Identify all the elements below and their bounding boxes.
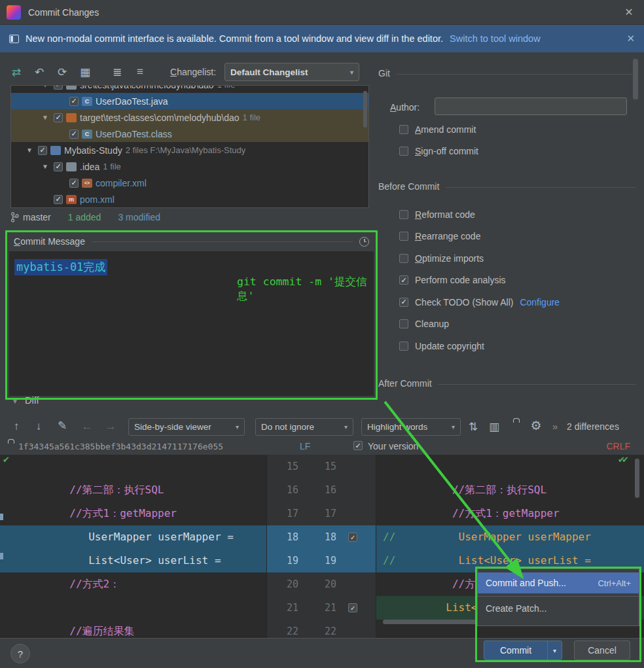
- checkbox[interactable]: ✓: [38, 146, 47, 155]
- checkbox[interactable]: [399, 232, 408, 241]
- diff-right-line: //第二部：执行SQL: [376, 478, 644, 502]
- diff-left-pane[interactable]: //第二部：执行SQL//方式1：getMapperUserMapper use…: [0, 455, 266, 638]
- group-by-icon[interactable]: ▦: [78, 65, 92, 79]
- checkbox[interactable]: ✓: [69, 179, 79, 188]
- include-change-checkbox[interactable]: ✓: [348, 533, 357, 542]
- diff-right-line: //方式1：getMapper: [376, 502, 644, 525]
- menu-separator: [478, 596, 639, 597]
- cancel-button[interactable]: Cancel: [574, 641, 630, 660]
- author-input[interactable]: [435, 97, 627, 115]
- changelist-dropdown[interactable]: Default Changelist ▾: [224, 63, 359, 81]
- configure-link[interactable]: Configure: [520, 297, 560, 308]
- changelist-value: Default Changelist: [230, 67, 308, 77]
- code-token: UserMapper userMapper =: [88, 531, 234, 543]
- checkbox[interactable]: ✓: [54, 85, 63, 90]
- apply-change-check-icon[interactable]: ✔: [3, 455, 10, 465]
- expand-arrow-icon[interactable]: ▼: [40, 163, 50, 170]
- window-title: Commit Changes: [28, 7, 99, 18]
- tree-row[interactable]: ✓UserDaoTest.java: [11, 93, 368, 109]
- code-token: List<User> userList =: [459, 554, 591, 567]
- tool-window-icon: [9, 35, 19, 43]
- checkbox[interactable]: ✓: [69, 130, 79, 139]
- diff-left-line: UserMapper userMapper =: [0, 525, 266, 549]
- checkbox[interactable]: ✓: [399, 275, 408, 285]
- checkbox[interactable]: ✓: [54, 195, 63, 204]
- tree-row[interactable]: ✓UserDaoTest.class: [11, 126, 368, 142]
- expand-arrow-icon[interactable]: ▼: [24, 147, 35, 154]
- diff-right-line: // UserMapper userMapper: [376, 525, 644, 549]
- tree-row[interactable]: ✓pom.xml: [11, 191, 368, 207]
- tree-row[interactable]: ▼✓.idea1 file: [11, 158, 368, 175]
- checkbox[interactable]: [399, 319, 408, 328]
- right-line-number: 22: [306, 625, 344, 637]
- menu-item[interactable]: Commit and Push...Ctrl+Alt+: [478, 572, 639, 593]
- checkbox[interactable]: ✓: [399, 298, 408, 307]
- switch-to-tool-window-link[interactable]: Switch to tool window: [450, 33, 541, 44]
- checkbox[interactable]: [399, 342, 408, 351]
- right-line-ending[interactable]: CRLF: [606, 441, 630, 451]
- before-commit-section-header: Before Commit: [378, 181, 636, 192]
- commit-message-text[interactable]: mybatis-01完成: [14, 259, 107, 275]
- checkbox[interactable]: [399, 210, 408, 219]
- banner-close-icon[interactable]: ✕: [626, 33, 635, 44]
- checkbox[interactable]: [399, 125, 408, 134]
- tree-row[interactable]: ▼✓target\test-classes\com\melodyhub\dao1…: [11, 109, 368, 126]
- right-line-number: 16: [306, 484, 344, 496]
- commit-button[interactable]: Commit ▾: [484, 641, 562, 660]
- refresh-icon[interactable]: ⟳: [55, 65, 69, 79]
- settings-gear-icon[interactable]: ⚙: [529, 418, 543, 433]
- checkbox[interactable]: [399, 147, 408, 156]
- help-button[interactable]: ?: [10, 644, 30, 663]
- checkbox[interactable]: ✓: [54, 113, 63, 122]
- expand-arrow-icon[interactable]: ▼: [40, 114, 50, 121]
- before-commit-option: Cleanup: [399, 313, 637, 336]
- tree-row[interactable]: ▼✓src\test\java\com\melodyhub\dao1 file: [11, 85, 368, 93]
- next-difference-icon[interactable]: ↓: [31, 420, 46, 433]
- tree-row[interactable]: ✓compiler.xml: [11, 175, 368, 191]
- maven-icon: [66, 195, 77, 204]
- expand-all-icon[interactable]: ≣: [110, 65, 124, 79]
- window-close-icon[interactable]: ✕: [614, 0, 644, 24]
- show-diff-icon[interactable]: ⇄: [9, 65, 24, 79]
- right-version-label: Your version: [368, 441, 418, 451]
- collapse-unchanged-icon[interactable]: ⇅: [466, 420, 480, 434]
- include-change-checkbox[interactable]: ✓: [348, 603, 357, 612]
- option-label: Perform code analysis: [415, 275, 506, 285]
- rollback-icon[interactable]: ↶: [32, 65, 46, 79]
- expand-arrow-icon[interactable]: ▼: [40, 85, 50, 88]
- commit-message-editor[interactable]: mybatis-01完成 git commit -m '提交信息': [9, 251, 374, 396]
- branch-name[interactable]: master: [23, 212, 51, 222]
- chevron-down-icon: ▾: [346, 69, 353, 76]
- code-token: UserMapper userMapper: [459, 531, 591, 543]
- back-icon[interactable]: ←: [80, 420, 94, 433]
- whitespace-dropdown[interactable]: Do not ignore ▾: [255, 418, 353, 436]
- scrollbar-thumb[interactable]: [363, 91, 367, 128]
- forward-icon[interactable]: →: [103, 420, 118, 433]
- checkbox[interactable]: [399, 254, 408, 263]
- left-line-ending[interactable]: LF: [300, 441, 310, 451]
- toolbar-overflow-icon[interactable]: »: [552, 421, 558, 432]
- highlight-mode-dropdown[interactable]: Highlight words ▾: [361, 418, 461, 436]
- sync-scrolling-icon[interactable]: ▥: [487, 420, 501, 434]
- scrollbar-thumb[interactable]: [633, 59, 638, 99]
- viewer-mode-dropdown[interactable]: Side-by-side viewer ▾: [128, 418, 245, 436]
- history-clock-icon[interactable]: [359, 237, 369, 247]
- include-all-checkbox[interactable]: ✓: [353, 441, 363, 450]
- apply-all-changes-check-icon[interactable]: ✔✔: [618, 455, 626, 465]
- left-line-number: 20: [267, 578, 306, 590]
- folder-icon: [66, 85, 77, 90]
- scrollbar-thumb[interactable]: [635, 459, 639, 498]
- horizontal-scrollbar-thumb[interactable]: [383, 620, 480, 624]
- checkbox[interactable]: ✓: [54, 162, 63, 171]
- right-line-number: 18: [306, 531, 344, 543]
- checkbox[interactable]: ✓: [69, 97, 79, 106]
- edit-source-icon[interactable]: ✎: [55, 419, 69, 432]
- previous-difference-icon[interactable]: ↑: [9, 420, 24, 433]
- commit-dropdown-arrow-icon[interactable]: ▾: [547, 641, 562, 659]
- right-line-number: 21: [306, 602, 344, 614]
- collapse-all-icon[interactable]: ≡: [133, 65, 147, 79]
- menu-item-shortcut: Ctrl+Alt+: [598, 578, 631, 588]
- module-icon: [50, 146, 61, 155]
- tree-row[interactable]: ▼✓Mybatis-Study2 files F:\MyJava\Mybatis…: [11, 142, 368, 158]
- menu-item[interactable]: Create Patch...: [478, 598, 639, 619]
